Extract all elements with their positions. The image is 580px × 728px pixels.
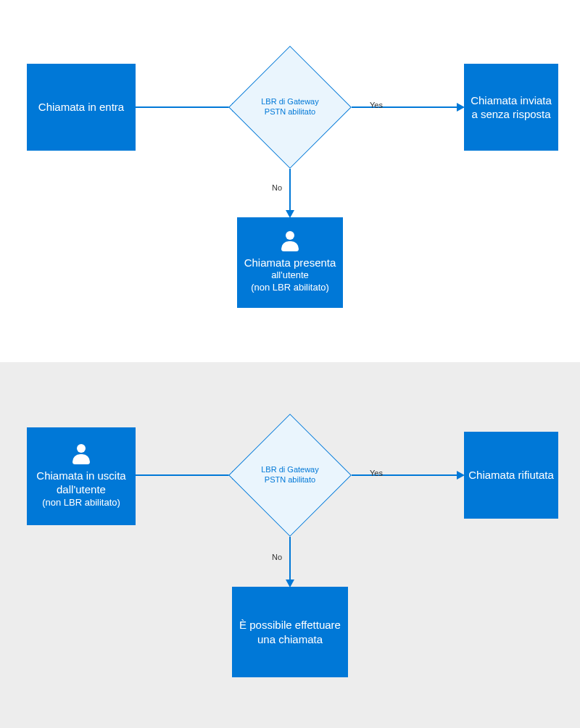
node-inbound-start: Chiamata in entra [27, 64, 136, 151]
text: dall'utente [57, 482, 106, 497]
user-icon [279, 231, 301, 253]
connector [136, 106, 232, 108]
flow-inbound: Chiamata in entra LBR di Gateway PSTN ab… [0, 0, 580, 362]
connector [289, 169, 291, 210]
text: PSTN abilitato [265, 475, 315, 484]
text: Chiamata in uscita [36, 469, 125, 483]
user-icon [70, 444, 92, 466]
text: PSTN abilitato [265, 107, 315, 116]
text: Chiamata in entra [38, 100, 124, 114]
edge-label-no: No [272, 553, 282, 561]
decision-label: LBR di Gateway PSTN abilitato [246, 465, 334, 485]
text: una chiamata [257, 632, 323, 647]
text: LBR di Gateway [261, 465, 318, 474]
text: LBR di Gateway [261, 97, 318, 106]
text: Chiamata inviata [471, 93, 552, 108]
node-inbound-no-result: Chiamata presenta all'utente (non LBR ab… [237, 217, 343, 308]
node-outbound-start: Chiamata in uscita dall'utente (non LBR … [27, 427, 136, 525]
node-outbound-yes-result: Chiamata rifiutata [464, 432, 558, 519]
text: all'utente [271, 269, 309, 282]
text: a senza risposta [471, 107, 550, 122]
edge-label-yes: Yes [370, 101, 383, 109]
text: Chiamata rifiutata [468, 468, 554, 482]
decision-label: LBR di Gateway PSTN abilitato [246, 97, 334, 117]
flow-outbound: Chiamata in uscita dall'utente (non LBR … [0, 362, 580, 728]
text: (non LBR abilitato) [42, 497, 120, 509]
edge-label-no: No [272, 183, 282, 192]
text: Chiamata presenta [244, 256, 336, 270]
connector [352, 474, 457, 476]
connector [352, 106, 457, 108]
connector [289, 537, 291, 580]
text: (non LBR abilitato) [251, 282, 329, 294]
text: È possibile effettuare [239, 618, 341, 632]
connector [136, 474, 232, 476]
node-inbound-yes-result: Chiamata inviata a senza risposta [464, 64, 558, 151]
edge-label-yes: Yes [370, 469, 383, 477]
node-outbound-no-result: È possibile effettuare una chiamata [232, 587, 348, 677]
